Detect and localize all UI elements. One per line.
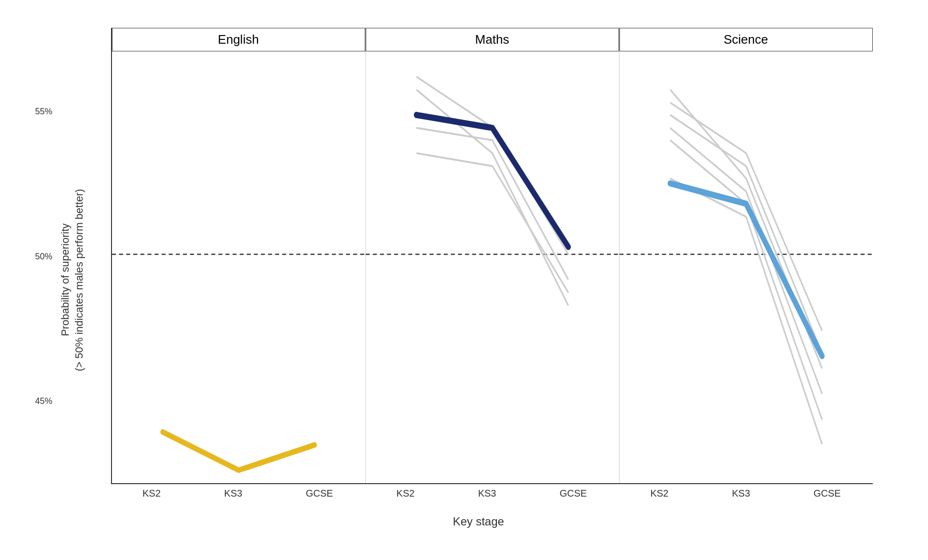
x-tick-maths-ks2: KS2 [396,488,415,499]
maths-grey-3 [416,128,568,280]
y-axis-overlay: 55% 50% 45% [29,0,55,560]
maths-svg [366,51,619,483]
x-tick-english-ks2: KS2 [143,488,161,499]
x-tick-science-gcse: GCSE [814,488,841,499]
y-axis-ticks [85,28,111,484]
x-tick-science-ks2: KS2 [650,488,668,499]
maths-grey-2 [416,90,568,306]
science-svg [619,51,873,483]
x-axis-panel-science: KS2 KS3 GCSE [619,484,872,513]
panel-header-science: Science [619,28,873,51]
panel-header-maths: Maths [366,28,619,51]
x-axis-title: Key stage [85,513,873,532]
science-main-line [670,183,822,356]
panel-maths: Maths [366,28,619,483]
english-main-line [162,432,314,470]
chart-main: English M [85,28,873,532]
x-tick-english-gcse: GCSE [306,488,333,499]
panel-english: English [112,28,366,483]
maths-main-line [416,115,568,247]
x-axis-row: KS2 KS3 GCSE KS2 KS3 GCSE KS2 KS3 GCSE [85,484,873,513]
panel-plot-science [619,51,873,483]
panel-header-english: English [112,28,365,51]
y-tick-50: 50% [35,252,52,262]
x-tick-maths-gcse: GCSE [559,488,587,499]
panel-science: Science [619,28,873,483]
chart-container: Probability of superiority(> 50% indicat… [56,28,873,532]
x-tick-english-ks3: KS3 [224,488,242,499]
x-axis-panel-maths: KS2 KS3 GCSE [365,484,619,513]
panel-plot-english [112,51,365,483]
science-grey-3 [670,90,822,368]
english-svg [112,51,365,483]
x-axis-panel-english: KS2 KS3 GCSE [111,484,365,513]
y-axis-label: Probability of superiority(> 50% indicat… [56,28,85,532]
maths-grey-4 [416,153,568,292]
panels-row: English M [111,28,873,484]
science-grey-1 [670,115,822,353]
y-tick-55: 55% [35,107,52,117]
x-tick-maths-ks3: KS3 [478,488,496,499]
y-tick-45: 45% [35,396,52,406]
panel-plot-maths [366,51,619,483]
x-tick-science-ks3: KS3 [732,488,750,499]
